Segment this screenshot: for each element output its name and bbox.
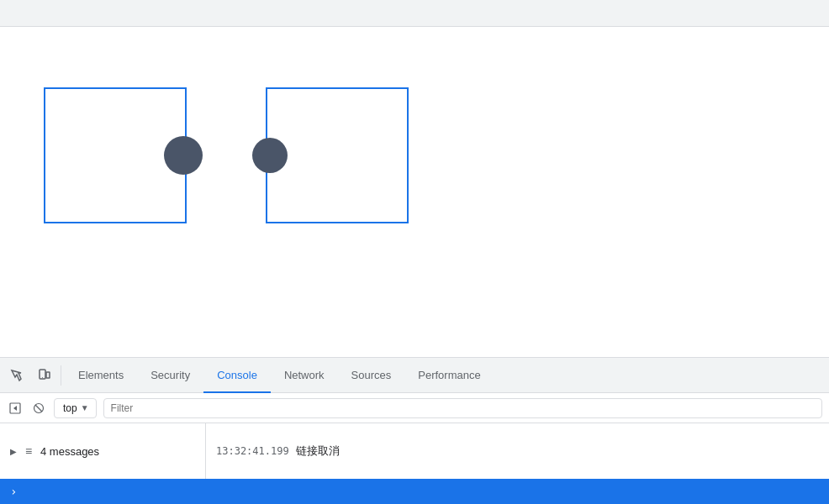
device-toggle-button[interactable] [30, 362, 57, 389]
console-bottom: › [0, 479, 829, 504]
tab-elements[interactable]: Elements [65, 359, 137, 393]
page-canvas [0, 27, 829, 357]
tab-security[interactable]: Security [137, 359, 203, 393]
message-sidebar: ▶ ≡ 4 messages [0, 423, 206, 479]
browser-chrome [0, 0, 829, 27]
tab-console[interactable]: Console [203, 359, 271, 393]
message-timestamp: 13:32:41.199 [216, 445, 289, 457]
tab-sources[interactable]: Sources [338, 359, 405, 393]
filter-input[interactable] [103, 398, 822, 418]
console-prompt[interactable]: › [10, 485, 17, 498]
circle-2 [252, 138, 288, 173]
message-main: 13:32:41.199 链接取消 [206, 423, 829, 479]
console-bar: top ▼ [0, 393, 829, 423]
chevron-down-icon: ▼ [81, 403, 89, 412]
svg-rect-1 [46, 372, 50, 378]
expand-button[interactable]: ▶ [7, 444, 20, 458]
devtools-toolbar: Elements Security Console Network Source… [0, 358, 829, 393]
message-text: 链接取消 [296, 444, 340, 459]
main-content [0, 27, 829, 357]
svg-point-2 [42, 377, 43, 378]
list-icon: ≡ [20, 443, 37, 459]
context-selector[interactable]: top ▼ [54, 398, 97, 418]
devtools-tabs: Elements Security Console Network Source… [65, 358, 826, 392]
console-messages: ▶ ≡ 4 messages 13:32:41.199 链接取消 [0, 423, 829, 479]
circle-1 [164, 136, 203, 175]
tab-network[interactable]: Network [271, 359, 338, 393]
svg-line-5 [35, 405, 42, 412]
tab-performance[interactable]: Performance [404, 359, 494, 393]
inspect-icon-button[interactable] [3, 362, 30, 389]
devtools-panel: Elements Security Console Network Source… [0, 357, 829, 504]
console-back-button[interactable] [3, 396, 27, 420]
toolbar-divider [61, 365, 61, 386]
message-count: 4 messages [40, 445, 99, 458]
console-stop-button[interactable] [27, 396, 50, 420]
